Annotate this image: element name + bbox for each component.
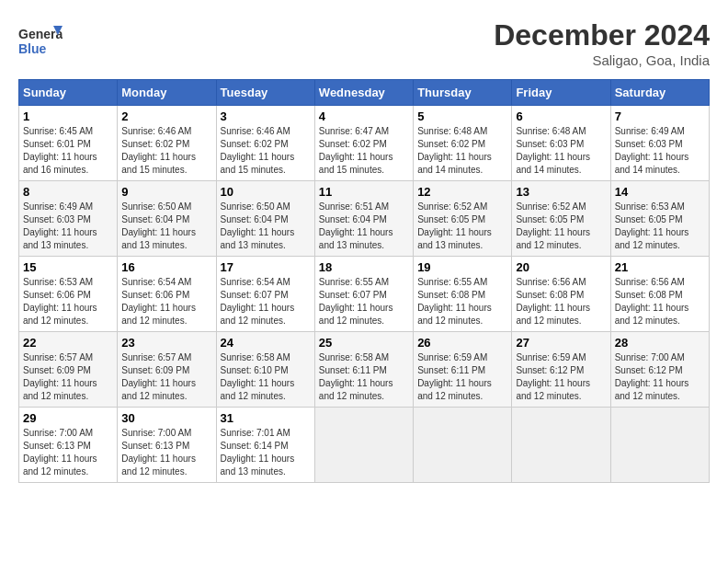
page-header: General Blue December 2024 Saligao, Goa,…: [18, 18, 710, 68]
day-info: Sunrise: 6:48 AM Sunset: 6:03 PM Dayligh…: [516, 125, 606, 177]
calendar-table: SundayMondayTuesdayWednesdayThursdayFrid…: [18, 79, 710, 483]
day-number: 24: [221, 336, 311, 350]
calendar-cell: 13 Sunrise: 6:52 AM Sunset: 6:05 PM Dayl…: [512, 181, 610, 257]
day-info: Sunrise: 6:54 AM Sunset: 6:06 PM Dayligh…: [121, 276, 211, 327]
day-number: 18: [319, 260, 409, 274]
day-info: Sunrise: 6:57 AM Sunset: 6:09 PM Dayligh…: [121, 351, 211, 403]
day-info: Sunrise: 6:59 AM Sunset: 6:12 PM Dayligh…: [516, 351, 606, 403]
calendar-cell: 2 Sunrise: 6:46 AM Sunset: 6:02 PM Dayli…: [118, 106, 216, 181]
day-info: Sunrise: 6:52 AM Sunset: 6:05 PM Dayligh…: [417, 201, 507, 252]
day-number: 19: [417, 260, 507, 274]
calendar-cell: 14 Sunrise: 6:53 AM Sunset: 6:05 PM Dayl…: [610, 181, 709, 257]
day-number: 6: [516, 109, 606, 123]
calendar-cell: 17 Sunrise: 6:54 AM Sunset: 6:07 PM Dayl…: [216, 257, 314, 332]
day-number: 26: [417, 336, 507, 350]
day-of-week-header: Tuesday: [216, 80, 314, 106]
day-number: 11: [319, 185, 409, 199]
day-info: Sunrise: 6:59 AM Sunset: 6:11 PM Dayligh…: [417, 351, 507, 403]
calendar-cell: [314, 408, 413, 483]
day-number: 16: [121, 260, 211, 274]
calendar-cell: 11 Sunrise: 6:51 AM Sunset: 6:04 PM Dayl…: [314, 181, 413, 257]
calendar-cell: 4 Sunrise: 6:47 AM Sunset: 6:02 PM Dayli…: [314, 106, 413, 181]
day-number: 7: [615, 109, 705, 123]
calendar-cell: 28 Sunrise: 7:00 AM Sunset: 6:12 PM Dayl…: [610, 332, 709, 408]
day-of-week-header: Friday: [512, 80, 610, 106]
day-number: 13: [516, 185, 606, 199]
day-info: Sunrise: 7:00 AM Sunset: 6:13 PM Dayligh…: [121, 427, 211, 478]
day-of-week-header: Saturday: [610, 80, 709, 106]
calendar-cell: 7 Sunrise: 6:49 AM Sunset: 6:03 PM Dayli…: [610, 106, 709, 181]
day-of-week-header: Monday: [118, 80, 216, 106]
day-info: Sunrise: 6:48 AM Sunset: 6:02 PM Dayligh…: [417, 125, 507, 177]
day-info: Sunrise: 6:52 AM Sunset: 6:05 PM Dayligh…: [516, 201, 606, 252]
calendar-body: 1 Sunrise: 6:45 AM Sunset: 6:01 PM Dayli…: [19, 106, 710, 483]
day-info: Sunrise: 6:50 AM Sunset: 6:04 PM Dayligh…: [121, 201, 211, 252]
day-number: 15: [23, 260, 113, 274]
day-info: Sunrise: 6:53 AM Sunset: 6:06 PM Dayligh…: [23, 276, 113, 327]
calendar-cell: 6 Sunrise: 6:48 AM Sunset: 6:03 PM Dayli…: [512, 106, 610, 181]
logo: General Blue: [18, 18, 61, 55]
calendar-cell: [512, 408, 610, 483]
day-info: Sunrise: 6:53 AM Sunset: 6:05 PM Dayligh…: [615, 201, 705, 252]
calendar-cell: 12 Sunrise: 6:52 AM Sunset: 6:05 PM Dayl…: [414, 181, 512, 257]
calendar-cell: 29 Sunrise: 7:00 AM Sunset: 6:13 PM Dayl…: [19, 408, 118, 483]
day-of-week-header: Wednesday: [314, 80, 413, 106]
calendar-cell: 22 Sunrise: 6:57 AM Sunset: 6:09 PM Dayl…: [19, 332, 118, 408]
calendar-cell: 10 Sunrise: 6:50 AM Sunset: 6:04 PM Dayl…: [216, 181, 314, 257]
day-number: 27: [516, 336, 606, 350]
days-of-week-row: SundayMondayTuesdayWednesdayThursdayFrid…: [19, 80, 710, 106]
day-info: Sunrise: 6:58 AM Sunset: 6:10 PM Dayligh…: [221, 351, 311, 403]
day-number: 3: [221, 109, 311, 123]
calendar-cell: 25 Sunrise: 6:58 AM Sunset: 6:11 PM Dayl…: [314, 332, 413, 408]
day-number: 4: [319, 109, 409, 123]
day-info: Sunrise: 6:49 AM Sunset: 6:03 PM Dayligh…: [615, 125, 705, 177]
day-number: 1: [23, 109, 113, 123]
calendar-cell: 9 Sunrise: 6:50 AM Sunset: 6:04 PM Dayli…: [118, 181, 216, 257]
calendar-week-row: 29 Sunrise: 7:00 AM Sunset: 6:13 PM Dayl…: [19, 408, 710, 483]
calendar-week-row: 15 Sunrise: 6:53 AM Sunset: 6:06 PM Dayl…: [19, 257, 710, 332]
calendar-cell: 26 Sunrise: 6:59 AM Sunset: 6:11 PM Dayl…: [414, 332, 512, 408]
day-number: 5: [417, 109, 507, 123]
day-number: 14: [615, 185, 705, 199]
day-info: Sunrise: 6:51 AM Sunset: 6:04 PM Dayligh…: [319, 201, 409, 252]
calendar-cell: 19 Sunrise: 6:55 AM Sunset: 6:08 PM Dayl…: [414, 257, 512, 332]
title-block: December 2024 Saligao, Goa, India: [494, 18, 710, 68]
day-info: Sunrise: 6:56 AM Sunset: 6:08 PM Dayligh…: [615, 276, 705, 327]
day-of-week-header: Thursday: [414, 80, 512, 106]
day-info: Sunrise: 6:57 AM Sunset: 6:09 PM Dayligh…: [23, 351, 113, 403]
day-number: 22: [23, 336, 113, 350]
calendar-cell: 1 Sunrise: 6:45 AM Sunset: 6:01 PM Dayli…: [19, 106, 118, 181]
month-year: December 2024: [494, 18, 710, 52]
calendar-cell: 5 Sunrise: 6:48 AM Sunset: 6:02 PM Dayli…: [414, 106, 512, 181]
calendar-cell: [610, 408, 709, 483]
calendar-week-row: 8 Sunrise: 6:49 AM Sunset: 6:03 PM Dayli…: [19, 181, 710, 257]
calendar-cell: 21 Sunrise: 6:56 AM Sunset: 6:08 PM Dayl…: [610, 257, 709, 332]
day-number: 10: [221, 185, 311, 199]
calendar-cell: 20 Sunrise: 6:56 AM Sunset: 6:08 PM Dayl…: [512, 257, 610, 332]
calendar-cell: 3 Sunrise: 6:46 AM Sunset: 6:02 PM Dayli…: [216, 106, 314, 181]
day-number: 8: [23, 185, 113, 199]
day-number: 29: [23, 411, 113, 425]
day-info: Sunrise: 6:47 AM Sunset: 6:02 PM Dayligh…: [319, 125, 409, 177]
day-of-week-header: Sunday: [19, 80, 118, 106]
day-number: 23: [121, 336, 211, 350]
calendar-cell: 24 Sunrise: 6:58 AM Sunset: 6:10 PM Dayl…: [216, 332, 314, 408]
day-info: Sunrise: 6:56 AM Sunset: 6:08 PM Dayligh…: [516, 276, 606, 327]
day-info: Sunrise: 7:00 AM Sunset: 6:13 PM Dayligh…: [23, 427, 113, 478]
day-number: 31: [221, 411, 311, 425]
calendar-cell: 31 Sunrise: 7:01 AM Sunset: 6:14 PM Dayl…: [216, 408, 314, 483]
day-info: Sunrise: 6:54 AM Sunset: 6:07 PM Dayligh…: [221, 276, 311, 327]
day-number: 21: [615, 260, 705, 274]
day-info: Sunrise: 6:55 AM Sunset: 6:07 PM Dayligh…: [319, 276, 409, 327]
day-number: 20: [516, 260, 606, 274]
calendar-cell: [414, 408, 512, 483]
day-info: Sunrise: 6:46 AM Sunset: 6:02 PM Dayligh…: [221, 125, 311, 177]
day-number: 25: [319, 336, 409, 350]
calendar-cell: 23 Sunrise: 6:57 AM Sunset: 6:09 PM Dayl…: [118, 332, 216, 408]
day-number: 30: [121, 411, 211, 425]
day-number: 12: [417, 185, 507, 199]
day-number: 9: [121, 185, 211, 199]
calendar-week-row: 1 Sunrise: 6:45 AM Sunset: 6:01 PM Dayli…: [19, 106, 710, 181]
day-info: Sunrise: 6:46 AM Sunset: 6:02 PM Dayligh…: [121, 125, 211, 177]
day-info: Sunrise: 6:49 AM Sunset: 6:03 PM Dayligh…: [23, 201, 113, 252]
